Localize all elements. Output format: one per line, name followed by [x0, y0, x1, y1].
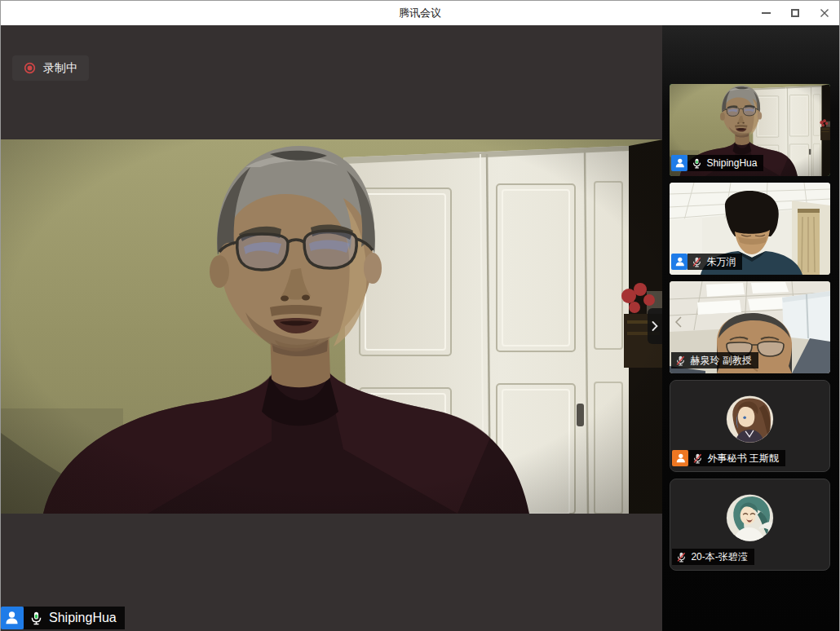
participant-tile-1[interactable]: ShipingHua — [670, 84, 830, 176]
maximize-button[interactable] — [780, 1, 810, 25]
participant-role-badge — [671, 155, 687, 171]
participant-tile-2[interactable]: 朱万润 — [670, 183, 830, 275]
record-icon — [24, 62, 36, 74]
mic-muted-icon — [676, 552, 687, 563]
sidebar-collapse-button[interactable] — [648, 308, 662, 344]
tencent-meeting-window: 腾讯会议 录制中 — [0, 0, 840, 631]
window-title: 腾讯会议 — [1, 6, 839, 20]
participant-label: 朱万润 — [671, 254, 742, 270]
mic-muted-icon — [692, 453, 703, 464]
main-stage: 录制中 — [1, 25, 662, 631]
close-icon — [820, 8, 829, 18]
participant-name: ShipingHua — [706, 157, 757, 169]
participant-list: ShipingHua — [670, 84, 830, 571]
participant-tile-5[interactable]: 20-本-张碧滢 — [670, 479, 830, 571]
participant-role-badge — [671, 254, 687, 270]
participants-sidebar: ShipingHua — [662, 25, 839, 631]
minimize-icon — [762, 12, 771, 14]
titlebar: 腾讯会议 — [1, 1, 839, 25]
active-speaker-name: ShipingHua — [49, 611, 117, 625]
participant-name: 20-本-张碧滢 — [691, 550, 747, 564]
window-controls — [751, 1, 839, 25]
minimize-button[interactable] — [751, 1, 780, 25]
participant-label: ShipingHua — [671, 155, 763, 171]
participant-tile-3[interactable]: 赫泉玲 副教授 — [670, 281, 830, 373]
person-icon — [4, 610, 20, 625]
mic-muted-icon — [692, 257, 702, 267]
person-icon — [675, 452, 687, 464]
video-scene-speaker-room — [1, 139, 662, 514]
chevron-right-icon — [652, 321, 658, 331]
participant-name: 朱万润 — [706, 255, 736, 269]
person-icon — [674, 157, 686, 169]
participant-label: 赫泉玲 副教授 — [671, 352, 758, 368]
active-speaker-label: ShipingHua — [1, 607, 125, 629]
participant-name: 外事秘书 王斯靓 — [707, 452, 778, 466]
participant-name: 赫泉玲 副教授 — [690, 354, 751, 368]
main-video — [1, 139, 662, 514]
recording-indicator: 录制中 — [12, 55, 89, 81]
mic-muted-icon — [675, 355, 686, 366]
participant-label: 外事秘书 王斯靓 — [672, 450, 785, 466]
participant-role-badge — [1, 607, 24, 629]
mic-on-icon — [29, 611, 43, 625]
person-icon — [674, 256, 686, 267]
participant-label: 20-本-张碧滢 — [672, 549, 754, 565]
maximize-icon — [791, 9, 799, 17]
close-button[interactable] — [810, 1, 839, 25]
recording-label: 录制中 — [43, 61, 77, 76]
participant-role-badge — [672, 450, 688, 466]
participant-tile-4[interactable]: 外事秘书 王斯靓 — [670, 380, 830, 472]
mic-on-icon — [692, 158, 702, 169]
